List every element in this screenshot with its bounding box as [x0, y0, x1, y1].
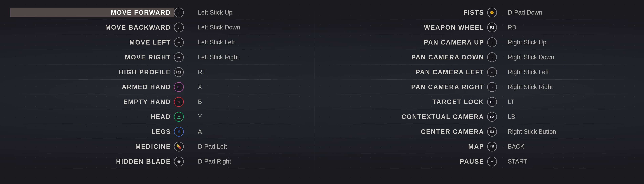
button-icon[interactable]: ◈	[174, 156, 184, 166]
key-binding-text: Left Stick Right	[194, 54, 310, 61]
button-icon-right[interactable]: ≡	[487, 156, 497, 166]
button-icon[interactable]: △	[174, 112, 184, 122]
left-action-row[interactable]: MOVE BACKWARD↓	[10, 20, 184, 35]
button-symbol: □	[178, 85, 180, 89]
right-action-row[interactable]: PAN CAMERA RIGHT→	[323, 80, 497, 94]
button-icon-right[interactable]: ✊	[487, 8, 497, 18]
button-icon[interactable]: ○	[174, 97, 184, 107]
right-binding-row: D-Pad Down	[504, 5, 634, 20]
right-action-row[interactable]: WEAPON WHEELR2	[323, 20, 497, 35]
button-symbol: R1	[176, 70, 182, 74]
button-symbol: 💊	[176, 144, 182, 148]
key-binding-text: Y	[194, 113, 310, 120]
button-icon-right[interactable]: →	[487, 82, 497, 92]
left-action-row[interactable]: MEDICINE💊	[10, 139, 184, 154]
button-symbol-right: L1	[490, 100, 494, 104]
left-action-row[interactable]: MOVE RIGHT→	[10, 50, 184, 65]
key-binding-text: X	[194, 84, 310, 90]
column-divider	[314, 5, 315, 179]
button-icon-right[interactable]: ↓	[487, 52, 497, 62]
action-name-right: PAN CAMERA DOWN	[323, 54, 487, 61]
button-symbol-right: ↑	[491, 41, 493, 44]
button-icon-right[interactable]: ←	[487, 67, 497, 77]
key-binding-text-right: Right Stick Down	[504, 54, 634, 61]
button-icon-right[interactable]: L1	[487, 97, 497, 107]
button-icon-right[interactable]: L2	[487, 112, 497, 122]
button-symbol-right: R3	[490, 130, 494, 134]
button-icon[interactable]: ←	[174, 38, 184, 47]
action-name-right: WEAPON WHEEL	[323, 24, 487, 31]
right-binding-row: BACK	[504, 139, 634, 154]
left-action-row[interactable]: EMPTY HAND○	[10, 94, 184, 109]
button-symbol: ↓	[178, 26, 180, 30]
left-binding-row: Left Stick Right	[194, 50, 310, 65]
key-binding-text-right: Right Stick Button	[504, 128, 634, 135]
right-action-row[interactable]: TARGET LOCKL1	[323, 94, 497, 109]
action-name: HIDDEN BLADE	[10, 158, 174, 165]
left-action-row[interactable]: LEGS✕	[10, 124, 184, 139]
left-action-row[interactable]: HIGH PROFILER1	[10, 65, 184, 80]
button-symbol: ↑	[178, 10, 180, 14]
left-binding-row: Y	[194, 109, 310, 124]
button-symbol-right: 🗺	[490, 145, 494, 148]
action-name-right: PAN CAMERA RIGHT	[323, 84, 487, 91]
left-action-row[interactable]: ARMED HAND□	[10, 80, 184, 94]
action-name: MOVE BACKWARD	[10, 24, 174, 31]
button-icon[interactable]: →	[174, 52, 184, 62]
right-action-row[interactable]: CONTEXTUAL CAMERAL2	[323, 109, 497, 124]
button-icon-right[interactable]: R3	[487, 127, 497, 136]
button-icon-right[interactable]: R2	[487, 22, 497, 32]
right-binding-row: Right Stick Button	[504, 124, 634, 139]
right-action-row[interactable]: PAN CAMERA DOWN↓	[323, 50, 497, 65]
button-icon[interactable]: 💊	[174, 142, 184, 152]
left-action-row[interactable]: MOVE LEFT←	[10, 35, 184, 50]
left-binding-row: B	[194, 94, 310, 109]
left-action-row[interactable]: HEAD△	[10, 109, 184, 124]
right-action-row[interactable]: FISTS✊	[323, 5, 497, 20]
key-binding-text-right: RB	[504, 24, 634, 31]
button-symbol-right: ≡	[491, 160, 493, 163]
action-name: HIGH PROFILE	[10, 68, 174, 76]
right-action-row[interactable]: PAN CAMERA LEFT←	[323, 65, 497, 80]
right-binding-row: RB	[504, 20, 634, 35]
right-action-row[interactable]: PAUSE≡	[323, 154, 497, 169]
action-name-right: MAP	[323, 143, 487, 150]
button-icon-right[interactable]: ↑	[487, 38, 497, 47]
left-action-row[interactable]: HIDDEN BLADE◈	[10, 154, 184, 169]
button-icon-right[interactable]: 🗺	[487, 142, 497, 152]
right-binding-row: LT	[504, 94, 634, 109]
right-binding-row: LB	[504, 109, 634, 124]
row-divider	[504, 169, 634, 169]
key-binding-text-right: LT	[504, 98, 634, 106]
action-name-right: CONTEXTUAL CAMERA	[323, 113, 487, 120]
button-icon[interactable]: R1	[174, 67, 184, 77]
left-binding-row: RT	[194, 65, 310, 80]
right-binding-row: Right Stick Left	[504, 65, 634, 80]
left-binding-row: D-Pad Left	[194, 139, 310, 154]
left-binding-row: Left Stick Up	[194, 5, 310, 20]
key-binding-text: B	[194, 98, 310, 106]
row-divider	[10, 169, 184, 169]
key-binding-text-right: Right Stick Up	[504, 39, 634, 46]
button-icon[interactable]: ✕	[174, 127, 184, 136]
button-icon[interactable]: ↓	[174, 22, 184, 32]
button-icon[interactable]: □	[174, 82, 184, 92]
key-binding-text: D-Pad Left	[194, 143, 310, 150]
key-binding-text-right: D-Pad Down	[504, 9, 634, 16]
button-symbol: △	[177, 115, 180, 119]
key-binding-text: Left Stick Left	[194, 39, 310, 46]
action-name: HEAD	[10, 113, 174, 120]
left-binding-row: X	[194, 80, 310, 94]
left-action-row[interactable]: MOVE FORWARD↑	[10, 5, 184, 20]
right-binding-row: Right Stick Up	[504, 35, 634, 50]
action-name: LEGS	[10, 128, 174, 136]
right-action-row[interactable]: PAN CAMERA UP↑	[323, 35, 497, 50]
button-icon[interactable]: ↑	[174, 8, 184, 18]
right-action-row[interactable]: MAP🗺	[323, 139, 497, 154]
right-action-row[interactable]: CENTER CAMERAR3	[323, 124, 497, 139]
action-name: MEDICINE	[10, 143, 174, 150]
action-name-right: FISTS	[323, 9, 487, 16]
key-binding-text: RT	[194, 68, 310, 76]
key-binding-text: Left Stick Down	[194, 24, 310, 31]
button-symbol-right: ✊	[490, 11, 494, 14]
